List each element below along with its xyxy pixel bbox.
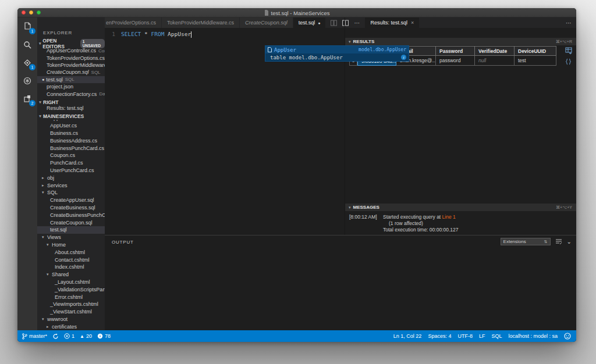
tree-file-item[interactable]: CreateAppUser.sql (37, 197, 105, 204)
save-as-csv-icon[interactable] (565, 47, 572, 54)
sql-keyword: FROM (151, 31, 165, 37)
tree-item-label: Home (52, 242, 66, 248)
tree-file-item[interactable]: CreateCoupon.sql (37, 219, 105, 226)
tree-folder-item[interactable]: ▾wwwroot (37, 316, 105, 323)
git-branch-status[interactable]: master* (22, 333, 47, 340)
tree-folder-item[interactable]: ▾Views (37, 234, 105, 241)
line-link[interactable]: Line 1 (442, 214, 456, 220)
chevron-right-icon: ▸ (42, 183, 46, 188)
tree-item-label: CreateBusiness.sql (50, 205, 95, 210)
open-editors-header[interactable]: ▾ OPEN EDITORS 1 UNSAVED (37, 40, 105, 47)
tree-folder-item[interactable]: ▸Services (37, 181, 105, 189)
info-count[interactable]: 78 (97, 333, 111, 339)
tab-results-testsql[interactable]: Results: test.sql × (365, 17, 420, 28)
results-section-header[interactable]: ▾ RESULTS ⌘+⌥+R (345, 38, 576, 45)
twistie-icon: ▾ (37, 100, 43, 105)
open-editor-item[interactable]: ConnectionFactory.csData (37, 90, 105, 97)
search-icon[interactable] (17, 35, 37, 53)
extensions-icon[interactable]: 2 (17, 90, 37, 108)
output-channel-select[interactable]: Extensions ⇅ (501, 238, 551, 245)
tree-file-item[interactable]: _Layout.cshtml (37, 279, 105, 286)
twistie-icon: ▾ (37, 41, 42, 46)
grid-cell[interactable]: null (475, 56, 515, 66)
twistie-icon: ▾ (349, 205, 351, 210)
tree-item-label: _Layout.cshtml (55, 279, 90, 285)
tree-file-item[interactable]: test.sql (37, 226, 105, 234)
column-header[interactable]: VerifiedDate (475, 46, 515, 56)
tree-folder-item[interactable]: ▾Home (37, 241, 105, 249)
output-panel-title[interactable]: OUTPUT (112, 240, 134, 245)
tree-item-label: CreateAppUser.sql (50, 197, 94, 203)
tab-tokenprovideroptions[interactable]: enProviderOptions.cs (105, 17, 162, 28)
status-item[interactable]: localhost : model : sa (508, 333, 558, 339)
tree-file-item[interactable]: Index.cshtml (37, 263, 105, 271)
tree-file-item[interactable]: Error.cshtml (37, 293, 105, 301)
tree-folder-item[interactable]: ▾Shared (37, 271, 105, 279)
tree-file-item[interactable]: CreateBusiness.sql (37, 204, 105, 212)
messages-section-header[interactable]: ▾ MESSAGES ⌘+⌥+Y (345, 204, 576, 211)
tree-item-label: Services (47, 183, 68, 188)
suggestion-detail: model.dbo.AppUser (359, 47, 406, 52)
status-item[interactable]: LF (479, 333, 485, 339)
editor-layout-icon[interactable] (342, 20, 349, 26)
column-header[interactable]: DeviceUUID (515, 46, 556, 56)
results-shortcut: ⌘+⌥+R (556, 40, 572, 44)
sync-status[interactable] (52, 333, 59, 340)
tree-file-item[interactable]: PunchCard.cs (37, 159, 105, 167)
tab-createcoupon[interactable]: CreateCoupon.sql (240, 17, 293, 28)
save-as-json-icon[interactable] (565, 58, 572, 65)
more-actions-icon[interactable]: ⋯ (354, 20, 360, 26)
warning-count[interactable]: ▲ 20 (80, 333, 92, 339)
tree-file-item[interactable]: UserPunchCard.cs (37, 167, 105, 174)
tab-tokenprovidermiddleware[interactable]: TokenProviderMiddleware.cs (162, 17, 240, 28)
vscode-window: test.sql - MaineServices 1 1 2 EXPLORER … (17, 8, 576, 342)
open-editor-item[interactable]: CreateCoupon.sqlSQL (37, 69, 105, 76)
tree-file-item[interactable]: Coupon.cs (37, 152, 105, 159)
open-editor-label: test.sql (46, 77, 63, 83)
dirty-indicator: ● (318, 21, 320, 25)
source-control-icon[interactable]: 1 (17, 53, 37, 72)
open-editor-item[interactable]: ●test.sqlSQL (37, 76, 105, 83)
extensions-badge: 2 (29, 100, 36, 106)
tab-testsql[interactable]: test.sql● (293, 17, 327, 28)
open-editor-item[interactable]: TokenProviderOptions.cs (37, 54, 105, 61)
tree-file-item[interactable]: Business.cs (37, 130, 105, 137)
tree-file-item[interactable]: _ViewImports.cshtml (37, 301, 105, 308)
tree-file-item[interactable]: CreateBusinessPunchC... (37, 211, 105, 219)
close-panel-chevron-icon[interactable]: ⌄ (567, 238, 572, 245)
error-count[interactable]: 1 (64, 333, 74, 339)
close-tab-icon[interactable]: × (411, 20, 414, 26)
tree-folder-item[interactable]: ▸obj (37, 174, 105, 181)
tree-file-item[interactable]: Contact.cshtml (37, 256, 105, 263)
project-section-header[interactable]: ▾ MAINESERVICES (37, 112, 105, 120)
clear-output-icon[interactable] (555, 238, 562, 245)
status-item[interactable]: Ln 1, Col 22 (393, 333, 422, 339)
status-item[interactable]: SQL (491, 333, 502, 339)
split-editor-icon[interactable] (331, 20, 337, 26)
tree-file-item[interactable]: About.cshtml (37, 248, 105, 256)
tree-folder-item[interactable]: ▸certificates (37, 323, 105, 330)
tree-item-label: _ValidationScriptsPart... (55, 287, 105, 292)
debug-icon[interactable] (17, 72, 37, 90)
open-editor-item[interactable]: TokenProviderMiddleware... (37, 62, 105, 69)
feedback-smiley-icon[interactable] (564, 333, 571, 340)
explorer-icon[interactable]: 1 (17, 17, 37, 35)
grid-cell[interactable]: password (436, 56, 475, 66)
file-type-suffix: SQL (91, 70, 101, 75)
suggestion-item-selected[interactable]: AppUser model.dbo.AppUser (265, 46, 409, 53)
status-item[interactable]: UTF-8 (457, 333, 473, 339)
tree-folder-item[interactable]: ▾SQL (37, 189, 105, 197)
open-editor-item[interactable]: project.json (37, 83, 105, 90)
tree-file-item[interactable]: BusinessPunchCard.cs (37, 144, 105, 152)
title-bar[interactable]: test.sql - MaineServices (17, 8, 576, 17)
tree-file-item[interactable]: BusinessAddress.cs (37, 137, 105, 144)
right-section-header[interactable]: ▾ RIGHT (37, 98, 105, 106)
status-item[interactable]: Spaces: 4 (428, 333, 451, 339)
tree-file-item[interactable]: _ViewStart.cshtml (37, 308, 105, 316)
more-actions-icon[interactable]: ⋯ (566, 20, 572, 26)
column-header[interactable]: Password (436, 46, 475, 56)
sql-editor[interactable]: 1 SELECT * FROM AppUser AppUser model.db… (105, 28, 345, 235)
tree-file-item[interactable]: AppUser.cs (37, 122, 105, 130)
grid-cell[interactable]: test (515, 56, 556, 66)
tree-file-item[interactable]: _ValidationScriptsPart... (37, 286, 105, 293)
